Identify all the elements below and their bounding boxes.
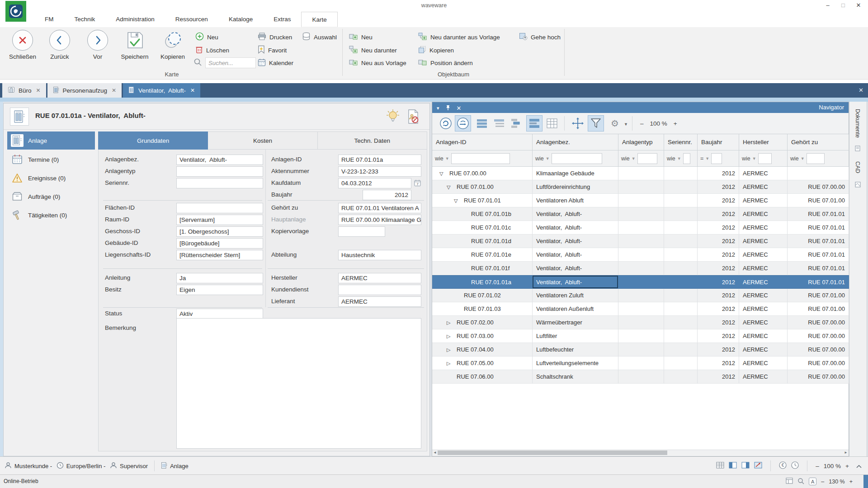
app-zoom-out-button[interactable]: – (821, 479, 824, 485)
filter-operator[interactable]: wie (790, 155, 799, 162)
cell-anlagenbez[interactable]: Klimaanlage Gebäude (533, 167, 618, 180)
tab-kosten[interactable]: Kosten (208, 131, 317, 150)
cell-hersteller[interactable]: AERMEC (739, 343, 788, 357)
filter-operator[interactable]: wie (742, 155, 750, 162)
tree-toggle-icon[interactable]: ▷ (447, 357, 457, 370)
form-field-besitz[interactable]: Eigen (176, 285, 263, 295)
cell-baujahr[interactable]: 2012 (698, 194, 739, 207)
document-blocked-icon[interactable] (407, 109, 420, 126)
dropdown-caret-icon[interactable]: ▾ (437, 105, 439, 111)
cell-hersteller[interactable]: AERMEC (739, 167, 788, 180)
filter-funnel-icon[interactable] (588, 115, 604, 131)
ribbon-tab-technik[interactable]: Technik (64, 12, 106, 27)
cell-anlagentyp[interactable] (618, 180, 664, 194)
filter-caret-icon[interactable]: ▼ (752, 156, 756, 161)
form-field-kopiervorlage[interactable] (338, 226, 385, 237)
refresh-icon[interactable] (438, 115, 454, 131)
cell-baujahr[interactable]: 2012 (698, 221, 739, 235)
column-header-anlagenbez[interactable]: Anlagenbez. (533, 134, 618, 150)
cell-seriennr[interactable] (664, 289, 698, 302)
form-field-hersteller[interactable]: AERMEC (338, 273, 421, 283)
filter-caret-icon[interactable]: ▼ (546, 156, 550, 161)
side-tab-cad[interactable]: CAD (854, 161, 861, 173)
navigator-row-rue-07-01-01c[interactable]: RUE 07.01.01c (432, 221, 533, 235)
cell-anlagentyp[interactable] (618, 357, 664, 370)
form-field-raum-id[interactable]: [Serverraum] (176, 215, 263, 225)
form-field-seriennr[interactable] (176, 178, 263, 188)
panel-left-icon[interactable] (729, 462, 737, 470)
form-field-liegenschafts-id[interactable]: [Rüttenscheider Stern] (176, 250, 263, 260)
scroll-left-icon[interactable]: ◄ (432, 450, 438, 455)
form-field-lieferant[interactable]: AERMEC (338, 296, 421, 307)
objektbaum-neu-darunter-aus-vorlage-button[interactable]: Neu darunter aus Vorlage (418, 32, 500, 42)
objektbaum-kopieren-button[interactable]: Kopieren (418, 45, 454, 56)
cell-baujahr[interactable]: 2012 (698, 357, 739, 370)
cell-baujahr[interactable]: 2012 (698, 248, 739, 262)
drucken-button[interactable]: Drucken (258, 32, 292, 42)
cell-hersteller[interactable]: AERMEC (739, 180, 788, 194)
sidebar-item-termine[interactable]: Termine (0) (7, 150, 95, 169)
cell-hersteller[interactable]: AERMEC (739, 235, 788, 248)
ribbon-tab-administration[interactable]: Administration (105, 12, 165, 27)
ribbon-tab-extras[interactable]: Extras (263, 12, 301, 27)
cell-anlagentyp[interactable] (618, 343, 664, 357)
cell-baujahr[interactable]: 2012 (698, 235, 739, 248)
form-field-geh-rt-zu[interactable]: RUE 07.01.01 Ventilatoren A (338, 203, 421, 213)
filter-input-seriennr[interactable] (683, 153, 690, 164)
cell-hersteller[interactable]: AERMEC (739, 194, 788, 207)
cell-anlagentyp[interactable] (618, 329, 664, 343)
loeschen-button[interactable]: Löschen (195, 45, 229, 56)
zoom-out-button[interactable]: – (640, 120, 644, 127)
filter-input-anlagenbez[interactable] (552, 153, 602, 164)
form-field-anlagenbez[interactable]: Ventilator, Abluft- (176, 155, 263, 165)
cell-baujahr[interactable]: 2012 (698, 329, 739, 343)
tree-toggle-icon[interactable]: ▽ (439, 167, 449, 180)
form-field-geschoss-id[interactable]: [1. Obergeschoss] (176, 226, 263, 237)
cell-baujahr[interactable]: 2012 (698, 316, 739, 329)
cell-anlagenbez[interactable]: Ventilator, Abluft- (533, 235, 618, 248)
cell-geh-rt-zu[interactable]: RUE 07.00.00 (788, 329, 849, 343)
navigator-row-rue-07-01-01f[interactable]: RUE 07.01.01f (432, 262, 533, 275)
cell-baujahr[interactable]: 2012 (698, 180, 739, 194)
sidebar-item-taetigkeiten[interactable]: Tätigkeiten (0) (7, 206, 95, 224)
filter-input-hersteller[interactable] (758, 153, 772, 164)
ribbon-tab-fm[interactable]: FM (34, 12, 64, 27)
doc-tab-buero[interactable]: Büro ✕ (2, 83, 46, 98)
column-header-anlagentyp[interactable]: Anlagentyp (618, 134, 664, 150)
cell-geh-rt-zu[interactable]: RUE 07.01.01 (788, 275, 849, 289)
cell-seriennr[interactable] (664, 343, 698, 357)
navigator-row-rue-07-01-02[interactable]: RUE 07.01.02 (432, 289, 533, 302)
cell-geh-rt-zu[interactable]: RUE 07.00.00 (788, 343, 849, 357)
cell-anlagentyp[interactable] (618, 302, 664, 316)
navigator-row-rue-07-00-00[interactable]: ▽RUE 07.00.00 (432, 167, 533, 180)
cell-seriennr[interactable] (664, 180, 698, 194)
hint-bulb-icon[interactable] (386, 109, 400, 126)
cell-anlagenbez[interactable]: Ventilator, Abluft- (533, 262, 618, 275)
cell-seriennr[interactable] (664, 302, 698, 316)
clock-icon[interactable] (791, 461, 799, 470)
navigator-row-rue-07-01-01[interactable]: ▽RUE 07.01.01 (432, 194, 533, 207)
form-field-abteilung[interactable]: Haustechnik (338, 250, 421, 260)
cell-geh-rt-zu[interactable]: RUE 07.00.00 (788, 370, 849, 384)
horizontal-scrollbar[interactable]: ◄ ► (432, 450, 849, 455)
filter-operator[interactable]: wie (535, 155, 544, 162)
cell-anlagentyp[interactable] (618, 370, 664, 384)
cell-geh-rt-zu[interactable]: RUE 07.00.00 (788, 357, 849, 370)
cell-anlagenbez[interactable]: Luftbefeuchter (533, 343, 618, 357)
calendar-icon[interactable]: 7 (414, 179, 421, 188)
sidebar-item-ereignisse[interactable]: Ereignisse (0) (7, 169, 95, 187)
form-field-kaufdatum[interactable]: 04.03.2012 (338, 178, 411, 188)
kalender-button[interactable]: Kalender (258, 57, 293, 68)
favorit-button[interactable]: Favorit (258, 45, 287, 56)
collapse-up-icon[interactable] (856, 463, 862, 469)
cell-anlagenbez[interactable]: Schaltschrank (533, 370, 618, 384)
navigator-row-rue-07-01-03[interactable]: RUE 07.01.03 (432, 302, 533, 316)
cell-hersteller[interactable]: AERMEC (739, 316, 788, 329)
cell-geh-rt-zu[interactable]: RUE 07.01.00 (788, 289, 849, 302)
form-field-fl-chen-id[interactable] (176, 203, 263, 213)
form-field-anleitung[interactable]: Ja (176, 273, 263, 283)
filter-caret-icon[interactable]: ▼ (677, 156, 681, 161)
fit-view-icon[interactable] (570, 115, 586, 131)
objektbaum-gehe-hoch-button[interactable]: Gehe hoch (519, 32, 561, 42)
cell-seriennr[interactable] (664, 221, 698, 235)
